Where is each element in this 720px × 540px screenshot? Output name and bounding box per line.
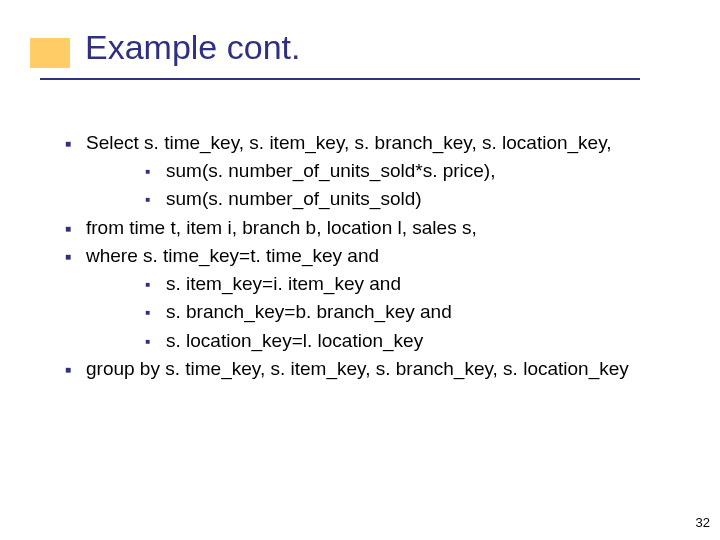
list-text: sum(s. number_of_units_sold): [166, 186, 680, 212]
page-title: Example cont.: [85, 28, 300, 67]
list-item: ■ Select s. time_key, s. item_key, s. br…: [60, 130, 680, 156]
square-bullet-icon: ■: [60, 222, 76, 236]
list-item: ■ s. location_key=l. location_key: [140, 328, 680, 354]
square-bullet-icon: ■: [140, 279, 156, 290]
list-text: sum(s. number_of_units_sold*s. price),: [166, 158, 680, 184]
list-text: from time t, item i, branch b, location …: [86, 215, 680, 241]
square-bullet-icon: ■: [60, 250, 76, 264]
page-number: 32: [696, 515, 710, 530]
list-item: ■ s. branch_key=b. branch_key and: [140, 299, 680, 325]
list-text: s. branch_key=b. branch_key and: [166, 299, 680, 325]
list-item: ■ group by s. time_key, s. item_key, s. …: [60, 356, 680, 382]
square-bullet-icon: ■: [140, 194, 156, 205]
square-bullet-icon: ■: [140, 336, 156, 347]
square-bullet-icon: ■: [60, 137, 76, 151]
title-underline: [40, 78, 640, 80]
list-item: ■ s. item_key=i. item_key and: [140, 271, 680, 297]
square-bullet-icon: ■: [140, 166, 156, 177]
list-text: where s. time_key=t. time_key and: [86, 243, 680, 269]
list-text: s. item_key=i. item_key and: [166, 271, 680, 297]
accent-box: [30, 38, 70, 68]
list-item: ■ sum(s. number_of_units_sold): [140, 186, 680, 212]
list-text: Select s. time_key, s. item_key, s. bran…: [86, 130, 680, 156]
slide: Example cont. ■ Select s. time_key, s. i…: [0, 0, 720, 540]
list-item: ■ where s. time_key=t. time_key and: [60, 243, 680, 269]
square-bullet-icon: ■: [60, 363, 76, 377]
body-content: ■ Select s. time_key, s. item_key, s. br…: [60, 130, 680, 384]
list-item: ■ from time t, item i, branch b, locatio…: [60, 215, 680, 241]
list-text: s. location_key=l. location_key: [166, 328, 680, 354]
list-item: ■ sum(s. number_of_units_sold*s. price),: [140, 158, 680, 184]
square-bullet-icon: ■: [140, 307, 156, 318]
list-text: group by s. time_key, s. item_key, s. br…: [86, 356, 680, 382]
